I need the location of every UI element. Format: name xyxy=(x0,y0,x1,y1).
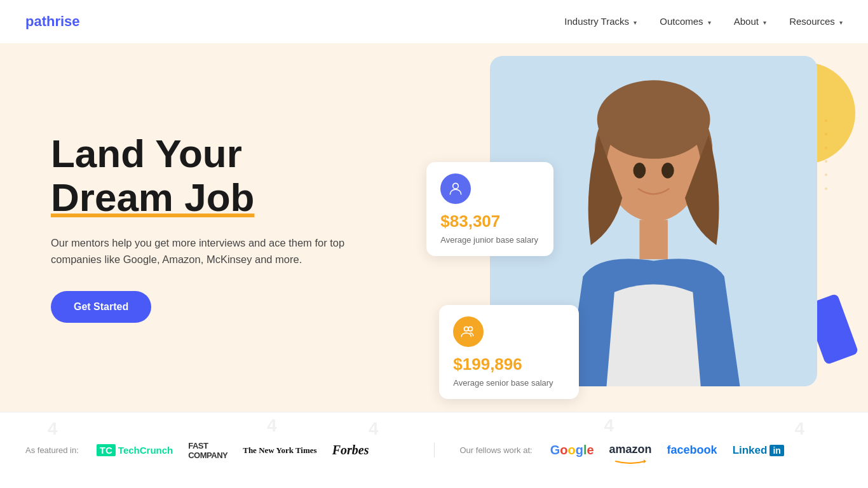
senior-salary-label: Average senior base salary xyxy=(453,378,565,388)
bottom-bar: 4 4 4 4 4 As featured in: TC TechCrunch … xyxy=(0,412,868,488)
svg-point-2 xyxy=(597,80,710,159)
person-icon xyxy=(447,180,464,197)
google-logo: Google xyxy=(550,443,594,458)
navbar: pathrise Industry Tracks ▾ Outcomes ▾ Ab… xyxy=(0,0,868,43)
nav-outcomes[interactable]: Outcomes ▾ xyxy=(660,16,711,27)
fastcompany-logo: FASTCOMPANY xyxy=(188,441,227,460)
senior-salary-amount: $199,896 xyxy=(453,355,565,374)
deco-number: 4 xyxy=(48,419,58,439)
fellows-logos: Google amazon facebook Linked in xyxy=(550,443,784,458)
svg-point-7 xyxy=(465,327,469,331)
hero-right: $83,307 Average junior base salary $199,… xyxy=(477,43,868,412)
chevron-down-icon: ▾ xyxy=(708,19,711,26)
stat-card-senior: $199,896 Average senior base salary xyxy=(439,305,579,399)
techcrunch-logo: TC TechCrunch xyxy=(97,444,173,456)
forbes-logo: Forbes xyxy=(332,443,369,458)
hero-left: Land Your Dream Job Our mentors help you… xyxy=(0,94,477,360)
nav-links: Industry Tracks ▾ Outcomes ▾ About ▾ Res… xyxy=(564,16,843,27)
chevron-down-icon: ▾ xyxy=(634,19,637,26)
hero-title: Land Your Dream Job xyxy=(51,132,426,219)
deco-number: 4 xyxy=(794,419,804,439)
nav-resources[interactable]: Resources ▾ xyxy=(789,16,843,27)
nav-industry-tracks[interactable]: Industry Tracks ▾ xyxy=(564,16,637,27)
featured-section: As featured in: TC TechCrunch FASTCOMPAN… xyxy=(0,441,434,460)
svg-point-3 xyxy=(634,163,646,179)
junior-salary-amount: $83,307 xyxy=(440,212,539,231)
logo[interactable]: pathrise xyxy=(25,13,80,30)
svg-marker-9 xyxy=(644,459,646,463)
featured-logos: TC TechCrunch FASTCOMPANY The New York T… xyxy=(97,441,369,460)
svg-point-8 xyxy=(468,327,473,331)
deco-number: 4 xyxy=(604,416,614,436)
junior-icon xyxy=(440,173,471,204)
fellows-section: Our fellows work at: Google amazon faceb… xyxy=(434,443,869,458)
chevron-down-icon: ▾ xyxy=(839,19,843,26)
chevron-down-icon: ▾ xyxy=(763,19,766,26)
senior-icon xyxy=(453,316,484,347)
featured-label: As featured in: xyxy=(25,445,79,455)
amazon-logo: amazon xyxy=(609,443,652,458)
linkedin-logo: Linked in xyxy=(733,444,784,457)
svg-rect-5 xyxy=(639,220,667,259)
hero-subtitle: Our mentors help you get more interviews… xyxy=(51,234,356,268)
svg-point-4 xyxy=(661,163,674,179)
svg-point-6 xyxy=(453,183,459,189)
facebook-logo: facebook xyxy=(667,444,717,457)
fellows-label: Our fellows work at: xyxy=(460,445,532,455)
nyt-logo: The New York Times xyxy=(243,445,316,456)
group-icon xyxy=(460,323,477,340)
deco-number: 4 xyxy=(267,416,277,436)
get-started-button[interactable]: Get Started xyxy=(51,291,151,323)
nav-about[interactable]: About ▾ xyxy=(734,16,766,27)
hero-section: Land Your Dream Job Our mentors help you… xyxy=(0,43,868,412)
stat-card-junior: $83,307 Average junior base salary xyxy=(426,162,553,256)
junior-salary-label: Average junior base salary xyxy=(440,235,539,245)
deco-number: 4 xyxy=(369,419,379,439)
